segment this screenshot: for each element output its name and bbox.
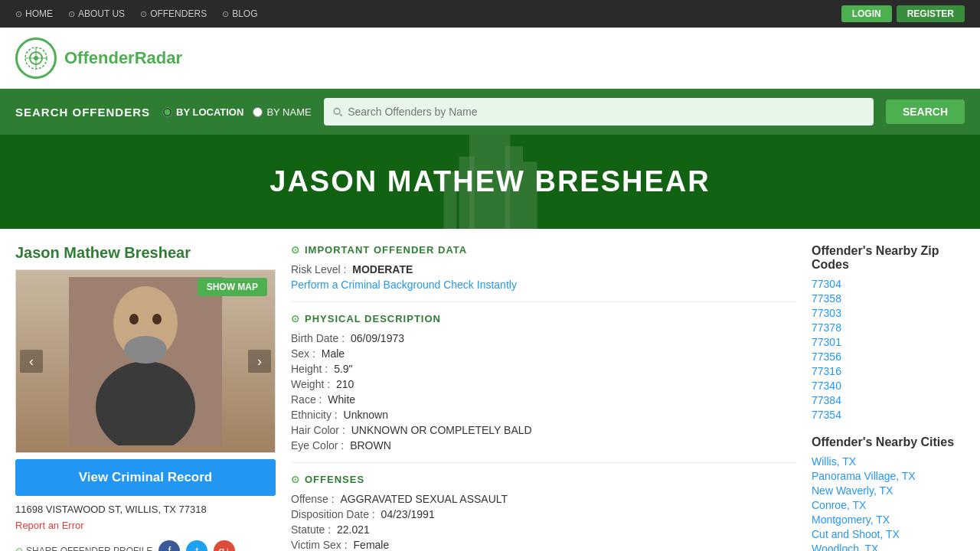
left-panel: Jason Mathew Breshear SHOW MAP xyxy=(15,244,276,551)
ethnicity-row: Ethnicity : Unknown xyxy=(291,409,796,421)
view-criminal-record-button[interactable]: View Criminal Record xyxy=(15,459,276,496)
sex-row: Sex : Male xyxy=(291,347,796,360)
risk-level-label: Risk Level : xyxy=(291,263,346,276)
city-link[interactable]: New Waverly, TX xyxy=(812,484,965,497)
login-button[interactable]: LOGIN xyxy=(841,5,892,22)
svg-point-16 xyxy=(129,314,139,324)
facebook-share-button[interactable]: f xyxy=(158,540,180,551)
physical-title: PHYSICAL DESCRIPTION xyxy=(291,313,796,324)
zip-link[interactable]: 77358 xyxy=(812,292,965,305)
photo-container: SHOW MAP ‹ › xyxy=(15,269,276,453)
next-photo-button[interactable]: › xyxy=(248,350,271,373)
risk-level-value: MODERATE xyxy=(352,263,413,276)
offender-address: 11698 VISTAWOOD ST, WILLIS, TX 77318 xyxy=(15,504,276,515)
city-link[interactable]: Willis, TX xyxy=(812,455,965,468)
offender-name: Jason Mathew Breshear xyxy=(15,244,276,262)
offense-row: Offense : AGGRAVATED SEXUAL ASSAULT xyxy=(291,493,796,505)
show-map-button[interactable]: SHOW MAP xyxy=(198,278,267,296)
twitter-share-button[interactable]: t xyxy=(186,540,207,551)
zip-link[interactable]: 77301 xyxy=(812,336,965,348)
person-silhouette xyxy=(69,277,222,445)
logo-bar: OffenderRadar xyxy=(0,28,980,89)
victim-sex-row: Victim Sex : Female xyxy=(291,539,796,551)
zip-link[interactable]: 77356 xyxy=(812,350,965,363)
race-row: Race : White xyxy=(291,393,796,406)
hero-offender-name: JASON MATHEW BRESHEAR xyxy=(270,165,710,198)
nav-links: HOME ABOUT US OFFENDERS BLOG xyxy=(15,8,258,19)
hair-color-row: Hair Color : UNKNOWN OR COMPLETELY BALD xyxy=(291,424,796,436)
nearby-zips-list: 7730477358773037737877301773567731677340… xyxy=(812,278,965,421)
zip-link[interactable]: 77384 xyxy=(812,394,965,406)
nav-about[interactable]: ABOUT US xyxy=(68,8,125,19)
nearby-zips-title: Offender's Nearby Zip Codes xyxy=(812,244,965,272)
logo[interactable]: OffenderRadar xyxy=(15,37,182,79)
zip-link[interactable]: 77378 xyxy=(812,321,965,334)
city-link[interactable]: Montgomery, TX xyxy=(812,514,965,526)
nav-offenders[interactable]: OFFENDERS xyxy=(140,8,207,19)
register-button[interactable]: REGISTER xyxy=(897,5,965,22)
by-name-option[interactable]: BY NAME xyxy=(253,106,311,118)
by-location-option[interactable]: BY LOCATION xyxy=(162,106,243,118)
offender-photo xyxy=(16,270,275,452)
share-section: SHARE OFFENDER PROFILE f t g+ xyxy=(15,540,276,551)
search-input-wrap xyxy=(324,98,874,126)
zip-link[interactable]: 77303 xyxy=(812,307,965,319)
city-link[interactable]: Cut and Shoot, TX xyxy=(812,528,965,540)
googleplus-share-button[interactable]: g+ xyxy=(214,540,235,551)
zip-link[interactable]: 77316 xyxy=(812,365,965,377)
city-link[interactable]: Woodloch, TX xyxy=(812,543,965,551)
search-button[interactable]: SEARCH xyxy=(886,99,965,124)
offenses-title: OFFENSES xyxy=(291,474,796,485)
search-input[interactable] xyxy=(348,106,866,118)
height-row: Height : 5.9" xyxy=(291,363,796,375)
bg-check-link[interactable]: Perform a Criminal Background Check Inst… xyxy=(291,279,517,291)
hero-section: JASON MATHEW BRESHEAR xyxy=(0,135,980,229)
main-content: Jason Mathew Breshear SHOW MAP xyxy=(0,229,980,551)
zip-link[interactable]: 77354 xyxy=(812,409,965,421)
middle-panel: IMPORTANT OFFENDER DATA Risk Level : MOD… xyxy=(291,244,796,551)
right-panel: Offender's Nearby Zip Codes 773047735877… xyxy=(812,244,965,551)
search-label: SEARCH OFFENDERS xyxy=(15,106,150,119)
nearby-cities-list: Willis, TXPanorama Village, TXNew Waverl… xyxy=(812,455,965,551)
important-data-title: IMPORTANT OFFENDER DATA xyxy=(291,244,796,256)
search-options: BY LOCATION BY NAME xyxy=(162,106,312,118)
eye-color-row: Eye Color : BROWN xyxy=(291,439,796,452)
prev-photo-button[interactable]: ‹ xyxy=(20,350,43,373)
top-navigation: HOME ABOUT US OFFENDERS BLOG LOGIN REGIS… xyxy=(0,0,980,28)
birth-date-row: Birth Date : 06/09/1973 xyxy=(291,332,796,344)
nearby-cities-title: Offender's Nearby Cities xyxy=(812,435,965,449)
zip-link[interactable]: 77304 xyxy=(812,278,965,290)
svg-point-15 xyxy=(124,336,167,364)
auth-buttons: LOGIN REGISTER xyxy=(841,5,965,22)
weight-row: Weight : 210 xyxy=(291,378,796,390)
bg-check-row: Perform a Criminal Background Check Inst… xyxy=(291,279,796,291)
logo-icon xyxy=(15,37,57,79)
disposition-row: Disposition Date : 04/23/1991 xyxy=(291,508,796,520)
share-label: SHARE OFFENDER PROFILE xyxy=(15,546,152,551)
statute-row: Statute : 22.021 xyxy=(291,523,796,536)
search-bar: SEARCH OFFENDERS BY LOCATION BY NAME SEA… xyxy=(0,89,980,135)
logo-text: OffenderRadar xyxy=(64,48,182,68)
svg-point-17 xyxy=(152,314,162,324)
zip-link[interactable]: 77340 xyxy=(812,380,965,392)
report-error-link[interactable]: Report an Error xyxy=(15,520,84,531)
search-icon xyxy=(332,106,344,118)
city-link[interactable]: Conroe, TX xyxy=(812,499,965,511)
city-link[interactable]: Panorama Village, TX xyxy=(812,470,965,482)
nav-home[interactable]: HOME xyxy=(15,8,53,19)
nav-blog[interactable]: BLOG xyxy=(222,8,257,19)
risk-level-row: Risk Level : MODERATE xyxy=(291,263,796,276)
